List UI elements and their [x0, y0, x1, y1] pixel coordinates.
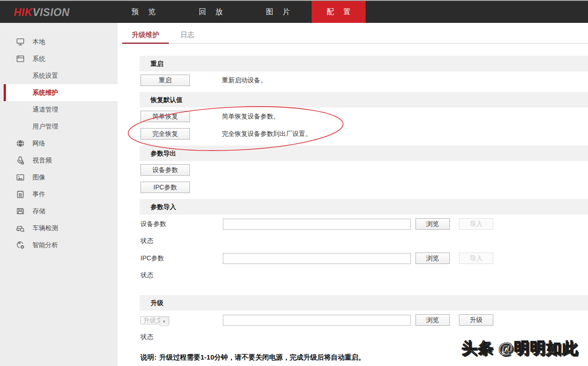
- sidebar-menu: 本地 系统 系统设置 系统维护 通道管理: [0, 23, 118, 253]
- sidebar-item-smart-analysis[interactable]: 智能分析: [0, 237, 118, 253]
- import-ipc-label: IPC参数: [140, 254, 223, 263]
- hikvision-config-page: HIKVISION 预 览 回 放 图 片 配 置 本地: [0, 0, 588, 366]
- image-icon: [16, 172, 25, 182]
- upgrade-note-text: 升级过程需要1-10分钟，请不要关闭电源，完成升级后将自动重启。: [159, 353, 365, 361]
- import-ipc-browse-button[interactable]: 浏览: [415, 253, 450, 264]
- sidebar-item-label: 网络: [32, 135, 45, 152]
- globe-icon: [16, 139, 25, 148]
- upgrade-row: 升级文件 ▼ 浏览 升级: [140, 314, 588, 326]
- storage-disk-icon: [16, 206, 25, 216]
- sidebar-item-label: 存储: [32, 203, 45, 220]
- sidebar-item-label: 系统设置: [32, 67, 58, 84]
- export-device-params-button[interactable]: 设备参数: [140, 164, 190, 176]
- top-nav: 预 览 回 放 图 片 配 置: [110, 1, 366, 23]
- section-header-reboot: 重启: [140, 56, 588, 71]
- import-ipc-status-label: 状态: [140, 271, 588, 280]
- reboot-row: 重启 重新启动设备。: [140, 75, 588, 86]
- sidebar-item-local[interactable]: 本地: [0, 33, 118, 50]
- import-ipc-row: IPC参数 浏览 导入: [140, 253, 588, 264]
- sidebar-item-vehicle-detection[interactable]: 车辆检测: [0, 220, 118, 237]
- sidebar-item-storage[interactable]: 存储: [0, 203, 118, 220]
- sidebar-item-label: 事件: [32, 186, 45, 203]
- nav-preview[interactable]: 预 览: [110, 1, 177, 23]
- import-device-row: 设备参数 浏览 导入: [140, 218, 588, 230]
- upgrade-file-slot: 升级文件 ▼: [140, 315, 223, 325]
- hikvision-logo[interactable]: HIKVISION: [14, 6, 70, 19]
- import-ipc-file-input[interactable]: [223, 253, 411, 264]
- tab-upgrade-maintenance[interactable]: 升级维护: [122, 29, 169, 43]
- sidebar-item-video-audio[interactable]: 视音频: [0, 152, 118, 169]
- sidebar-item-user-management[interactable]: 用户管理: [0, 118, 118, 135]
- section-header-restore-defaults: 恢复默认值: [140, 92, 588, 108]
- upgrade-button[interactable]: 升级: [459, 314, 493, 326]
- sidebar-item-label: 用户管理: [32, 118, 58, 135]
- nav-playback[interactable]: 回 放: [177, 1, 244, 23]
- event-list-icon: [16, 189, 25, 199]
- logo-vision: VISION: [32, 6, 70, 18]
- top-bar: HIKVISION 预 览 回 放 图 片 配 置: [0, 0, 588, 23]
- section-header-import: 参数导入: [140, 199, 588, 215]
- upgrade-file-select[interactable]: 升级文件 ▼: [140, 316, 169, 324]
- export-ipc-row: IPC参数: [140, 182, 588, 193]
- tab-log[interactable]: 日志: [171, 29, 204, 43]
- reboot-button[interactable]: 重启: [140, 75, 190, 86]
- sidebar-item-label: 智能分析: [32, 237, 58, 253]
- sidebar-item-label: 系统: [32, 50, 45, 67]
- sidebar-item-label: 通道管理: [32, 101, 58, 118]
- sidebar-item-system[interactable]: 系统: [0, 50, 118, 67]
- sidebar-item-network[interactable]: 网络: [0, 135, 118, 152]
- full-restore-button[interactable]: 完全恢复: [140, 128, 190, 140]
- sidebar-item-event[interactable]: 事件: [0, 186, 118, 203]
- import-device-file-input[interactable]: [223, 219, 411, 230]
- export-device-row: 设备参数: [140, 164, 588, 176]
- monitor-icon: [16, 37, 25, 47]
- nav-configuration[interactable]: 配 置: [312, 1, 366, 23]
- vehicle-detect-icon: [16, 223, 25, 233]
- main-content: 升级维护 日志 重启 重启 重新启动设备。 恢复默认值 简单恢复 简单恢复设备参…: [118, 23, 588, 366]
- upgrade-note-label: 说明:: [140, 353, 156, 361]
- simple-restore-row: 简单恢复 简单恢复设备参数。: [140, 111, 588, 122]
- sidebar-item-label: 本地: [32, 33, 45, 50]
- simple-restore-button[interactable]: 简单恢复: [140, 111, 190, 122]
- sidebar-item-label: 图像: [32, 169, 45, 186]
- sidebar-item-image[interactable]: 图像: [0, 169, 118, 186]
- sidebar: 本地 系统 系统设置 系统维护 通道管理: [0, 23, 118, 366]
- sidebar-item-label: 视音频: [32, 152, 52, 169]
- nav-picture[interactable]: 图 片: [244, 1, 312, 23]
- sidebar-item-label: 车辆检测: [32, 220, 58, 237]
- full-restore-description: 完全恢复设备参数到出厂设置。: [222, 130, 312, 138]
- sidebar-item-system-maintenance[interactable]: 系统维护: [0, 84, 118, 101]
- section-header-upgrade: 升级: [140, 295, 588, 311]
- sidebar-item-label: 系统维护: [32, 84, 58, 101]
- maintenance-sections: 重启 重启 重新启动设备。 恢复默认值 简单恢复 简单恢复设备参数。 完全恢复 …: [118, 56, 588, 362]
- import-device-browse-button[interactable]: 浏览: [415, 218, 450, 230]
- microphone-icon: [16, 156, 25, 165]
- toutiao-watermark: 头条 @明明如此: [461, 338, 578, 359]
- reboot-description: 重新启动设备。: [222, 76, 267, 85]
- full-restore-row: 完全恢复 完全恢复设备参数到出厂设置。: [140, 128, 588, 140]
- sidebar-item-system-settings[interactable]: 系统设置: [0, 67, 118, 84]
- content-tabs: 升级维护 日志: [122, 23, 588, 43]
- logo-hik: HIK: [14, 6, 32, 18]
- sidebar-item-channel-management[interactable]: 通道管理: [0, 101, 118, 118]
- import-device-import-button[interactable]: 导入: [459, 218, 493, 230]
- simple-restore-description: 简单恢复设备参数。: [222, 113, 280, 121]
- export-ipc-params-button[interactable]: IPC参数: [140, 182, 190, 193]
- chevron-down-icon: ▼: [160, 317, 168, 326]
- smart-analysis-icon: [16, 240, 25, 250]
- upgrade-file-input[interactable]: [223, 315, 411, 326]
- import-device-label: 设备参数: [140, 220, 223, 228]
- section-header-export: 参数导出: [140, 145, 588, 161]
- window-icon: [16, 54, 25, 64]
- upgrade-browse-button[interactable]: 浏览: [415, 314, 450, 326]
- import-ipc-import-button[interactable]: 导入: [459, 253, 493, 264]
- import-device-status-label: 状态: [140, 237, 588, 245]
